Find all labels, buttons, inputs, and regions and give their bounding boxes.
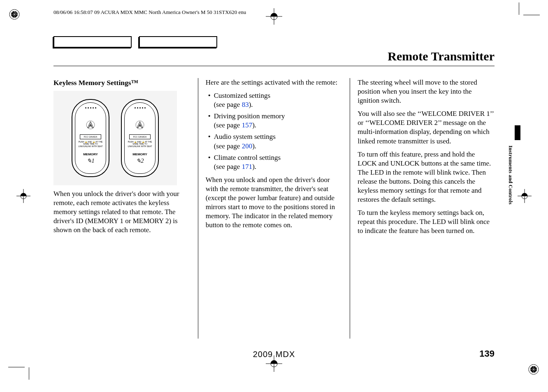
crop-mark [523, 15, 540, 15]
section-marker [515, 125, 520, 140]
page-link[interactable]: 157 [242, 121, 253, 129]
redacted-boxes [53, 36, 217, 48]
body-paragraph: Here are the settings activated with the… [206, 78, 343, 87]
page-number: 139 [479, 348, 495, 359]
crosshair-icon [16, 189, 30, 205]
body-paragraph: You will also see the ‘‘WELCOME DRIVER 1… [358, 109, 495, 145]
body-paragraph: To turn the keyless memory settings back… [358, 208, 495, 235]
list-item: Climate control settings (see page 171). [208, 153, 343, 171]
section-tab: Instruments and Controls [509, 126, 514, 224]
crop-mark [8, 367, 25, 367]
list-item: Audio system settings (see page 200). [208, 132, 343, 150]
body-paragraph: When you unlock the driver's door with y… [53, 189, 190, 235]
body-paragraph: When you unlock and open the driver's do… [206, 175, 343, 230]
crop-mark [519, 2, 519, 15]
footer-model: 2009 MDX [253, 350, 295, 359]
remote-2-icon: FCC CANADA PUSH 🔒 AND 🔓 AT THE SAME TIME… [121, 99, 159, 177]
body-paragraph: The steering wheel will move to the stor… [358, 78, 495, 105]
header-meta: 08/06/06 16:58:07 09 ACURA MDX MMC North… [53, 9, 246, 16]
redacted-box [139, 36, 217, 48]
title-rule [53, 66, 495, 66]
registration-mark-icon [527, 363, 540, 376]
redacted-box [53, 36, 132, 48]
remote-1-icon: FCC CANADA PUSH 🔒 AND 🔓 AT THE SAME TIME… [72, 99, 109, 177]
crosshair-icon [266, 8, 282, 26]
page-link[interactable]: 171 [242, 163, 253, 171]
registration-mark-icon [8, 8, 21, 21]
crosshair-icon [518, 189, 532, 205]
crop-mark [29, 367, 29, 380]
section-heading: Keyless Memory Settings™ [53, 78, 190, 88]
page-link[interactable]: 83 [242, 101, 249, 108]
settings-list: Customized settings (see page 83). Drivi… [206, 91, 343, 171]
list-item: Customized settings (see page 83). [208, 91, 343, 109]
page-title: Remote Transmitter [388, 49, 495, 63]
list-item: Driving position memory (see page 157). [208, 112, 343, 130]
page-link[interactable]: 200 [242, 142, 253, 150]
body-paragraph: To turn off this feature, press and hold… [358, 150, 495, 205]
remote-illustration: FCC CANADA PUSH 🔒 AND 🔓 AT THE SAME TIME… [53, 91, 177, 185]
